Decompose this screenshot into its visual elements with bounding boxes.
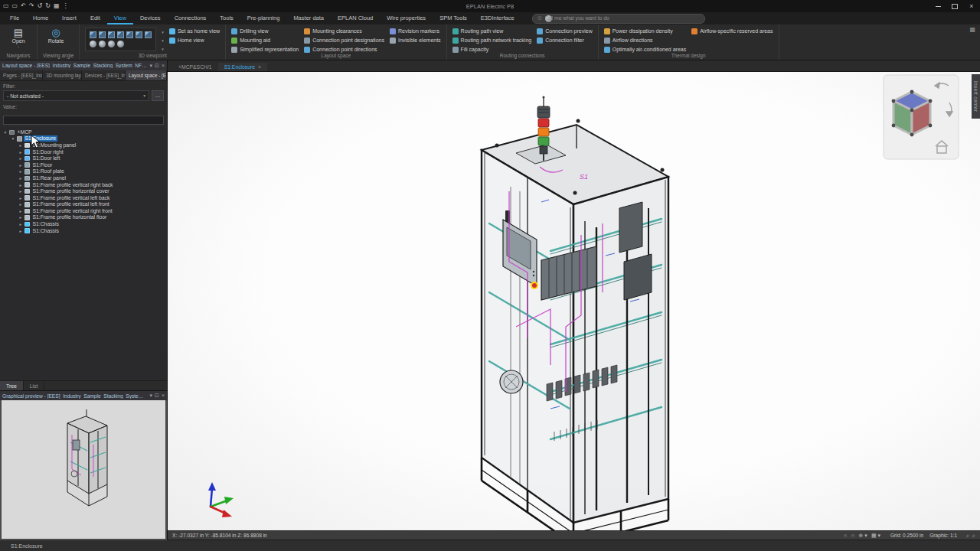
navigator-tab-pages-ees-ind[interactable]: Pages - [EES]_Ind... <box>0 70 43 80</box>
navigation-cube[interactable] <box>884 75 959 159</box>
zoom-icon-0[interactable]: ⌕ <box>966 533 969 538</box>
ribbon-button-revision-markers[interactable]: Revision markers <box>390 28 441 34</box>
tree-row-s1-chassis[interactable]: ▸S1:Chassis <box>0 227 167 234</box>
status-icon-3[interactable]: ▦ ▾ <box>871 533 880 538</box>
status-icon-1[interactable]: ∩ <box>851 533 855 538</box>
insert-center-tab[interactable]: Insert center <box>972 74 980 119</box>
expander-icon[interactable]: ▸ <box>18 150 23 155</box>
menu-tab-tools[interactable]: Tools <box>213 12 240 24</box>
tree-row-s1-frame-profile-vertical-right-front[interactable]: ▸S1:Frame profile vertical right front <box>0 208 167 215</box>
viewpoint-sphere-icon[interactable] <box>108 41 115 47</box>
ribbon-button-airflow-directions[interactable]: Airflow directions <box>604 37 687 44</box>
expander-icon[interactable]: ▸ <box>18 215 23 220</box>
ribbon-button-connection-preview[interactable]: Connection preview <box>537 28 592 34</box>
menu-tab-edit[interactable]: Edit <box>83 12 107 24</box>
expander-icon[interactable]: ▸ <box>18 143 23 148</box>
close-button[interactable]: × <box>963 0 980 12</box>
expander-icon[interactable]: ▸ <box>18 229 23 233</box>
ribbon-options-icon[interactable]: ▦ <box>969 26 975 33</box>
ribbon-button-mounting-clearances[interactable]: Mounting clearances <box>304 28 384 34</box>
filter-dropdown[interactable]: - Not activated - ▾ <box>3 90 149 101</box>
viewpoint-sphere-icon[interactable] <box>99 41 106 47</box>
ribbon-button-airflow-specific-reserved-areas[interactable]: Airflow-specific reserved areas <box>691 28 773 34</box>
menu-tab-insert[interactable]: Insert <box>55 12 83 24</box>
tree-row-s1-frame-profile-vertical-left-front[interactable]: ▸S1:Frame profile vertical left front <box>0 201 167 208</box>
expander-icon[interactable]: ▸ <box>18 196 23 201</box>
doc-tab-s1-enclosure[interactable]: S1:Enclosure× <box>218 63 268 71</box>
tree-row-s1-floor[interactable]: ▸S1:Floor <box>0 161 167 168</box>
navigator-tab-layout-space-e[interactable]: Layout space - [E... <box>126 70 167 80</box>
expander-icon[interactable]: ▸ <box>18 202 23 207</box>
tree-row-mcp[interactable]: ▾+MCP <box>0 129 167 135</box>
chevron-down-icon[interactable]: ▾ <box>162 47 164 51</box>
ribbon-button-routing-path-network-tracking[interactable]: Routing path network tracking <box>452 37 532 44</box>
ribbon-button-optimally-air-conditioned-areas[interactable]: Optimally air-conditioned areas <box>604 47 687 53</box>
expander-icon[interactable]: ▾ <box>11 136 15 141</box>
ribbon-button-mounting-aid[interactable]: Mounting aid <box>231 37 299 44</box>
expander-icon[interactable]: ▸ <box>18 189 23 194</box>
doc-tab-mcp-sch-1[interactable]: +MCP&SCH/1 <box>172 63 218 71</box>
ribbon-button-drilling-view[interactable]: Drilling view <box>231 28 299 34</box>
ribbon-button-fill-capacity[interactable]: Fill capacity <box>452 47 532 53</box>
expander-icon[interactable]: ▾ <box>3 130 8 135</box>
menu-tab-devices[interactable]: Devices <box>133 12 168 24</box>
tab-list[interactable]: List <box>24 381 45 390</box>
tree-row-s1-frame-profile-vertical-left-back[interactable]: ▸S1:Frame profile vertical left back <box>0 194 167 201</box>
panel-menu-icon[interactable]: ▾ <box>150 61 153 70</box>
viewpoint-cube-icon[interactable] <box>99 31 106 38</box>
viewpoint-cube-icon[interactable] <box>90 31 96 38</box>
ribbon-button-power-dissipation-density[interactable]: Power dissipation density <box>604 28 687 34</box>
tree-row-s1-frame-profile-horizontal-floor[interactable]: ▸S1:Frame profile horizontal floor <box>0 214 167 221</box>
navigator-tab-3d-mounting-lay[interactable]: 3D mounting lay... <box>43 70 82 80</box>
tree-row-s1-door-left[interactable]: ▸S1:Door left <box>0 155 167 162</box>
ribbon-button-home-view[interactable]: Home view <box>169 37 220 44</box>
menu-tab-eplan-cloud[interactable]: EPLAN Cloud <box>331 12 380 24</box>
tree-row-s1-door-right[interactable]: ▸S1:Door right <box>0 148 167 155</box>
close-icon[interactable]: × <box>162 61 165 70</box>
search-box[interactable]: ☉ Tell me what you want to do <box>532 14 705 24</box>
close-icon[interactable]: × <box>258 64 261 70</box>
chevron-down-icon[interactable]: ▾ <box>162 38 164 43</box>
tree-row-s1-chassis[interactable]: ▸S1:Chassis <box>0 221 167 228</box>
filter-more-button[interactable]: ... <box>152 90 164 101</box>
ribbon-button-invisible-elements[interactable]: Invisible elements <box>390 37 441 44</box>
minimize-button[interactable] <box>929 0 946 12</box>
ribbon-button-simplified-representation[interactable]: Simplified representation <box>231 47 299 53</box>
navigator-tab-devices-ees-in[interactable]: Devices - [EES]_In... <box>82 70 126 80</box>
menu-tab-wire-properties[interactable]: Wire properties <box>380 12 433 24</box>
viewpoint-cube-icon[interactable] <box>108 31 115 38</box>
3d-viewport[interactable]: S1 <box>168 72 980 530</box>
value-input[interactable] <box>3 116 164 125</box>
ribbon-button-connection-point-designations[interactable]: Connection point designations <box>304 37 384 44</box>
graphic-scale[interactable]: Graphic: 1:1 <box>929 533 957 538</box>
ribbon-button-rotate[interactable]: ◎Rotate <box>43 25 69 44</box>
grid-setting[interactable]: Grid: 0.2500 in <box>890 533 923 538</box>
ribbon-button-connection-filter[interactable]: Connection filter <box>537 37 592 44</box>
tree-row-s1-rear-panel[interactable]: ▸S1:Rear panel <box>0 175 167 182</box>
ribbon-button-open[interactable]: ▤Open⌄ <box>5 25 31 48</box>
ribbon-button-set-as-home-view[interactable]: Set as home view <box>169 28 220 34</box>
expander-icon[interactable]: ▸ <box>18 169 23 174</box>
tree-row-s1-frame-profile-vertical-right-back[interactable]: ▸S1:Frame profile vertical right back <box>0 181 167 188</box>
zoom-icon-1[interactable]: ⌕ <box>972 533 975 538</box>
tree-row-s1-frame-profile-horizontal-cover[interactable]: ▸S1:Frame profile horizontal cover <box>0 188 167 195</box>
menu-tab-pre-planning[interactable]: Pre-planning <box>240 12 287 24</box>
pin-icon[interactable]: ⊡ <box>155 61 159 70</box>
expander-icon[interactable]: ▸ <box>18 156 23 161</box>
expander-icon[interactable]: ▸ <box>18 209 23 214</box>
ribbon-button-connection-point-directions[interactable]: Connection point directions <box>304 47 384 53</box>
expander-icon[interactable]: ▸ <box>18 163 23 168</box>
expander-icon[interactable]: ▸ <box>18 222 23 227</box>
pin-icon[interactable]: ⊡ <box>155 391 159 400</box>
tree-row-s1-mounting-panel[interactable]: ▸S1:Mounting panel <box>0 142 167 149</box>
panel-menu-icon[interactable]: ▾ <box>150 391 153 400</box>
menu-tab-e3dinterface[interactable]: E3DInterface <box>474 12 521 24</box>
status-icon-0[interactable]: ∩ <box>844 533 848 538</box>
tree-row-s1-roof-plate[interactable]: ▸S1:Roof plate <box>0 168 167 175</box>
expander-icon[interactable]: ▸ <box>18 183 23 187</box>
viewpoint-sphere-icon[interactable] <box>90 41 96 47</box>
ribbon-button-routing-path-view[interactable]: Routing path view <box>452 28 532 34</box>
menu-tab-spm-tools[interactable]: SPM Tools <box>433 12 474 24</box>
tree-row-s1-enclosure[interactable]: ▾S1:Enclosure <box>0 135 167 142</box>
menu-tab-master-data[interactable]: Master data <box>286 12 331 24</box>
